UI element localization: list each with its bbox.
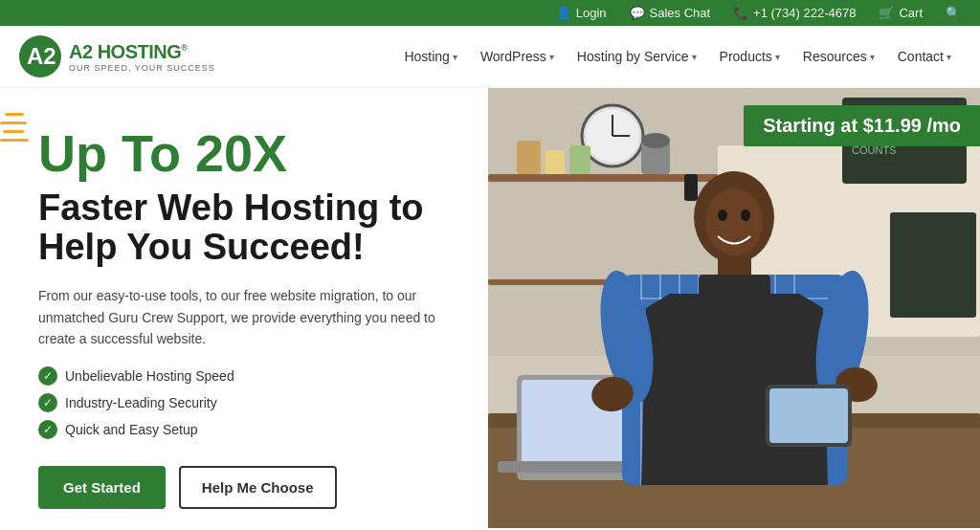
search-button[interactable]: 🔍 (946, 6, 961, 20)
user-icon: 👤 (556, 6, 571, 20)
svg-rect-15 (517, 141, 541, 174)
svg-point-49 (741, 210, 750, 221)
check-icon: ✓ (38, 393, 57, 412)
logo[interactable]: A2 A2 HOSTING® OUR SPEED, YOUR SUCCESS (19, 35, 215, 77)
chevron-down-icon: ▾ (549, 52, 554, 62)
login-link[interactable]: 👤 Login (556, 6, 607, 20)
logo-hosting: HOSTING® (98, 41, 188, 62)
hero-headline-dark: Faster Web Hosting to Help You Succeed! (38, 188, 459, 269)
feature-list: ✓ Unbelievable Hosting Speed ✓ Industry-… (38, 366, 459, 439)
svg-point-48 (718, 210, 727, 221)
logo-icon: A2 (19, 35, 61, 77)
get-started-button[interactable]: Get Started (38, 466, 166, 509)
chevron-down-icon: ▾ (453, 52, 457, 62)
svg-point-47 (705, 188, 763, 255)
svg-rect-51 (769, 388, 848, 443)
chevron-down-icon: ▾ (692, 52, 697, 62)
hero-buttons: Get Started Help Me Choose (38, 466, 459, 509)
navbar: A2 A2 HOSTING® OUR SPEED, YOUR SUCCESS H… (0, 26, 980, 88)
cart-link[interactable]: 🛒 Cart (879, 6, 923, 20)
svg-text:A2: A2 (27, 43, 56, 69)
help-me-choose-button[interactable]: Help Me Choose (179, 466, 337, 509)
logo-tagline: OUR SPEED, YOUR SUCCESS (69, 63, 215, 73)
nav-resources[interactable]: Resources ▾ (793, 43, 884, 70)
cart-icon: 🛒 (879, 6, 894, 20)
hero-photo: LAGE HERR COUNTS (488, 88, 980, 528)
check-icon: ✓ (38, 366, 57, 386)
phone-number: +1 (734) 222-4678 (753, 6, 856, 20)
feature-speed-label: Unbelievable Hosting Speed (65, 368, 234, 384)
logo-text: A2 HOSTING® OUR SPEED, YOUR SUCCESS (69, 41, 215, 73)
nav-products[interactable]: Products ▾ (710, 43, 790, 70)
hero-scene-svg: LAGE HERR COUNTS (488, 88, 980, 528)
top-bar: 👤 Login 💬 Sales Chat 📞 +1 (734) 222-4678… (0, 0, 980, 26)
svg-rect-41 (699, 275, 770, 298)
nav-contact[interactable]: Contact ▾ (888, 43, 961, 70)
feature-item-security: ✓ Industry-Leading Security (38, 393, 459, 412)
hero-image: Starting at $11.99 /mo LAGE HER (488, 88, 980, 528)
phone-icon: 📞 (733, 6, 748, 20)
check-icon: ✓ (38, 420, 57, 439)
hero-description: From our easy-to-use tools, to our free … (38, 285, 440, 349)
main-nav: Hosting ▾ WordPress ▾ Hosting by Service… (394, 43, 961, 70)
sales-chat-label: Sales Chat (650, 6, 711, 20)
cart-label: Cart (899, 6, 923, 20)
svg-point-19 (641, 133, 670, 148)
feature-security-label: Industry-Leading Security (65, 395, 217, 410)
feature-item-speed: ✓ Unbelievable Hosting Speed (38, 366, 459, 386)
decorative-lines (0, 107, 29, 203)
login-label: Login (576, 6, 607, 20)
nav-hosting[interactable]: Hosting ▾ (394, 43, 466, 70)
svg-rect-14 (890, 212, 976, 318)
search-icon: 🔍 (946, 6, 961, 20)
phone-link[interactable]: 📞 +1 (734) 222-4678 (733, 6, 856, 20)
nav-hosting-by-service[interactable]: Hosting by Service ▾ (568, 43, 706, 70)
chevron-down-icon: ▾ (870, 52, 875, 62)
chevron-down-icon: ▾ (947, 52, 951, 62)
chevron-down-icon: ▾ (775, 52, 780, 62)
svg-rect-17 (569, 145, 590, 174)
hero-headline-green: Up To 20X (38, 126, 459, 181)
chat-icon: 💬 (630, 6, 645, 20)
hero-content: Up To 20X Faster Web Hosting to Help You… (0, 88, 488, 528)
svg-rect-46 (684, 174, 698, 201)
price-badge: Starting at $11.99 /mo (744, 105, 980, 146)
svg-rect-5 (488, 174, 718, 182)
sales-chat-link[interactable]: 💬 Sales Chat (630, 6, 711, 20)
feature-item-setup: ✓ Quick and Easy Setup (38, 420, 459, 439)
nav-wordpress[interactable]: WordPress ▾ (471, 43, 564, 70)
logo-a2: A2 (69, 41, 98, 62)
svg-rect-16 (546, 150, 565, 174)
hero-section: Up To 20X Faster Web Hosting to Help You… (0, 88, 980, 528)
feature-setup-label: Quick and Easy Setup (65, 422, 198, 437)
